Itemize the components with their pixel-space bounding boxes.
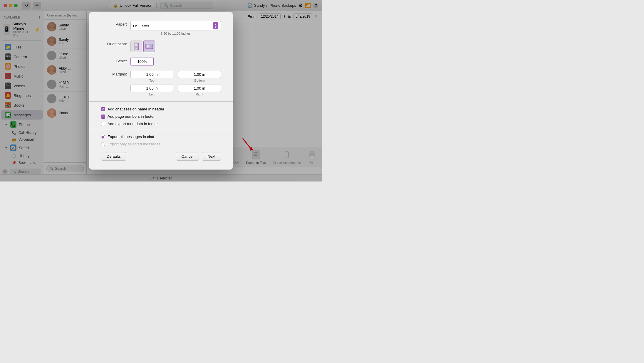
scale-row: Scale: <box>101 58 221 65</box>
margins-control: Top Bottom Left Right <box>130 71 221 96</box>
scale-input[interactable] <box>130 58 154 65</box>
margin-right-input[interactable] <box>178 85 221 92</box>
checkbox-row-2: ✓ Add page numbers in footer <box>101 114 221 119</box>
landscape-button[interactable] <box>143 41 155 52</box>
dialog-divider-1 <box>89 101 233 102</box>
paper-select-arrow[interactable]: ▲ ▼ <box>213 22 218 29</box>
checkmark-2: ✓ <box>102 115 104 118</box>
paper-select[interactable]: US Letter ▲ ▼ <box>130 21 221 31</box>
radio-2-label: Export only selected messages <box>108 142 160 146</box>
margin-left-field: Left <box>130 85 173 96</box>
radio-1[interactable] <box>101 135 105 139</box>
next-button[interactable]: Next <box>202 152 221 161</box>
svg-point-28 <box>135 44 137 46</box>
orientation-buttons <box>130 41 221 52</box>
margin-left-label: Left <box>149 93 155 96</box>
checkmark-1: ✓ <box>102 107 104 111</box>
radio-1-dot <box>102 136 104 138</box>
radio-row-1: Export all messages in chat <box>101 135 221 139</box>
checkbox-3-label: Add export metadata in footer <box>108 122 158 126</box>
margin-top-input[interactable] <box>130 71 173 78</box>
defaults-button[interactable]: Defaults <box>101 152 126 161</box>
dialog-divider-2 <box>89 129 233 129</box>
margin-bottom-input[interactable] <box>178 71 221 78</box>
margins-grid: Top Bottom Left Right <box>130 71 221 96</box>
dialog-buttons: Defaults Cancel Next <box>101 152 221 161</box>
checkbox-2-label: Add page numbers in footer <box>108 114 155 119</box>
dialog-overlay: Paper: US Letter ▲ ▼ 8.50 by 11.00 inche… <box>0 0 322 182</box>
scale-label: Scale: <box>101 58 130 63</box>
margin-right-label: Right <box>196 93 203 96</box>
scale-control <box>130 58 221 65</box>
paper-row: Paper: US Letter ▲ ▼ 8.50 by 11.00 inche… <box>101 21 221 35</box>
margin-bottom-label: Bottom <box>194 79 205 82</box>
cancel-button[interactable]: Cancel <box>176 152 199 161</box>
checkbox-1-label: Add chat session name in header <box>108 107 164 111</box>
margin-top-label: Top <box>149 79 155 82</box>
checkbox-2[interactable]: ✓ <box>101 115 105 119</box>
radio-row-2: Export only selected messages <box>101 142 221 146</box>
margin-left-input[interactable] <box>130 85 173 92</box>
margin-bottom-field: Bottom <box>178 71 221 82</box>
paper-label: Paper: <box>101 21 130 26</box>
margin-top-field: Top <box>130 71 173 82</box>
margin-right-field: Right <box>178 85 221 96</box>
svg-point-30 <box>147 45 149 48</box>
checkbox-row-1: ✓ Add chat session name in header <box>101 107 221 111</box>
arrow-down-icon: ▼ <box>214 26 217 29</box>
paper-control: US Letter ▲ ▼ 8.50 by 11.00 inches <box>130 21 221 35</box>
paper-value: US Letter <box>133 24 149 28</box>
radio-1-label: Export all messages in chat <box>108 135 154 139</box>
orientation-label: Orientation: <box>101 41 130 46</box>
paper-desc: 8.50 by 11.00 inches <box>130 32 221 35</box>
dialog-right-buttons: Cancel Next <box>176 152 221 161</box>
portrait-button[interactable] <box>130 41 142 52</box>
checkbox-1[interactable]: ✓ <box>101 107 105 111</box>
orientation-row: Orientation: <box>101 41 221 52</box>
margins-row: Margins: Top Bottom Left <box>101 71 221 96</box>
margins-label: Margins: <box>101 71 130 76</box>
checkbox-3[interactable] <box>101 122 105 126</box>
checkbox-row-3: Add export metadata in footer <box>101 122 221 126</box>
orientation-control <box>130 41 221 52</box>
print-dialog: Paper: US Letter ▲ ▼ 8.50 by 11.00 inche… <box>89 12 233 170</box>
radio-2[interactable] <box>101 142 105 146</box>
